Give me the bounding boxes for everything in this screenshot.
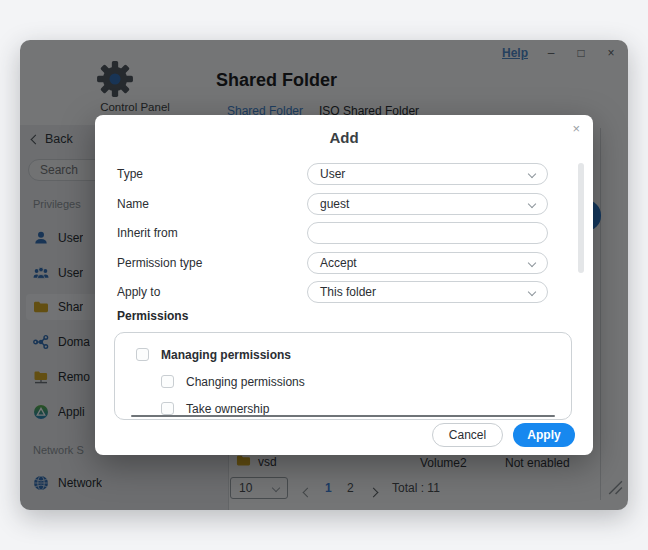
name-select[interactable]: guest [307,193,548,215]
permission-type-value: Accept [320,256,357,270]
take-ownership-checkbox[interactable] [161,402,174,415]
screen: Help – □ × Control Panel [0,0,648,550]
name-value: guest [320,197,349,211]
field-label-permission-type: Permission type [117,256,202,270]
add-dialog: × Add Type User Name guest Inherit from … [95,115,593,455]
field-label-type: Type [117,167,143,181]
apply-button[interactable]: Apply [513,423,575,447]
chevron-down-icon [528,200,536,208]
changing-permissions-checkbox[interactable] [161,375,174,388]
field-label-name: Name [117,197,149,211]
permissions-box: Managing permissions Changing permission… [114,332,572,420]
permission-type-select[interactable]: Accept [307,252,548,274]
field-label-apply-to: Apply to [117,285,160,299]
type-select[interactable]: User [307,163,548,185]
permission-label: Changing permissions [186,375,305,389]
field-label-inherit-from: Inherit from [117,226,178,240]
apply-to-value: This folder [320,285,376,299]
permission-label: Take ownership [186,402,269,416]
cancel-button[interactable]: Cancel [432,423,503,447]
dialog-scrollbar[interactable] [578,163,584,273]
dialog-title: Add [95,129,593,146]
permission-label: Managing permissions [161,348,291,362]
chevron-down-icon [528,259,536,267]
inherit-from-input[interactable] [307,222,548,244]
chevron-down-icon [528,170,536,178]
apply-to-select[interactable]: This folder [307,281,548,303]
chevron-down-icon [528,288,536,296]
permissions-divider [131,415,555,417]
managing-permissions-checkbox[interactable] [136,348,149,361]
permissions-section-label: Permissions [117,309,188,323]
type-value: User [320,167,345,181]
